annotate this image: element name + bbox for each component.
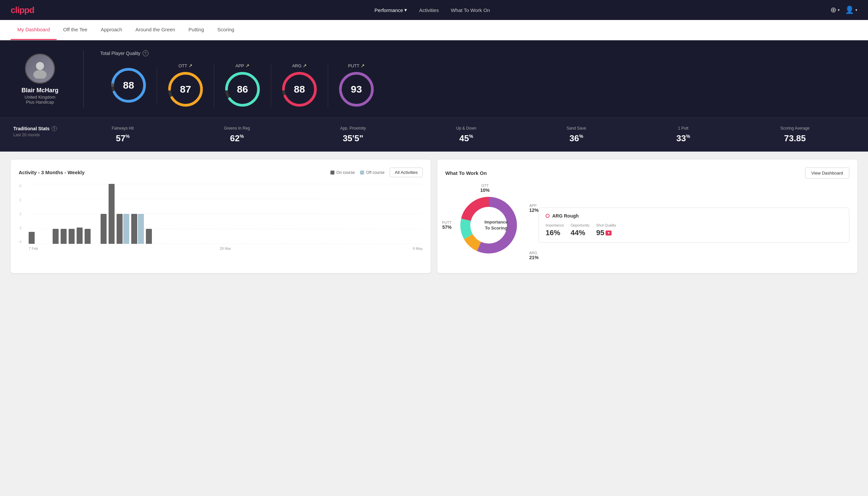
chart-legend: On course Off course xyxy=(330,170,385,175)
gauge-arg-label: ARG ↗ xyxy=(292,63,307,68)
donut-area: Importance To Scoring OTT 10% APP 12% AR… xyxy=(445,185,849,265)
chart-x-labels: 7 Feb 28 Mar 9 May xyxy=(29,247,423,250)
bar-on-course xyxy=(116,214,123,244)
bar-group xyxy=(77,228,83,244)
view-dashboard-button[interactable]: View Dashboard xyxy=(805,168,849,179)
donut-label-arg: ARG 21% xyxy=(529,251,539,260)
arg-indicator-dot xyxy=(546,214,550,218)
player-info: Blair McHarg United Kingdom Plus Handica… xyxy=(13,53,67,105)
gauge-ott: OTT ↗ 87 xyxy=(157,63,214,108)
nav-activities[interactable]: Activities xyxy=(419,7,439,13)
bar-group xyxy=(68,229,75,244)
tab-my-dashboard[interactable]: My Dashboard xyxy=(11,20,57,40)
legend-off-course-dot xyxy=(360,171,364,174)
donut-label-app: APP 12% xyxy=(529,203,539,213)
donut-label-putt: PUTT 57% xyxy=(442,220,452,230)
bar-on-course xyxy=(29,232,35,244)
bar-group xyxy=(109,184,114,244)
what-to-work-header: What To Work On View Dashboard xyxy=(445,168,849,179)
bar-on-course xyxy=(109,184,114,244)
app-logo: clippd xyxy=(11,5,34,15)
bar-on-course xyxy=(84,229,91,244)
bar-on-course xyxy=(68,229,75,244)
all-activities-button[interactable]: All Activities xyxy=(390,168,423,177)
svg-point-1 xyxy=(33,70,47,79)
stat-sand-save: Sand Save 36% xyxy=(567,126,586,143)
tab-approach[interactable]: Approach xyxy=(94,20,129,40)
detail-importance: Importance 16% xyxy=(546,223,564,237)
hero-section: Blair McHarg United Kingdom Plus Handica… xyxy=(0,40,868,118)
tab-around-green[interactable]: Around the Green xyxy=(129,20,182,40)
stat-fairways-hit: Fairways Hit 57% xyxy=(112,126,133,143)
gauge-ott-value: 87 xyxy=(180,83,191,95)
activity-chart-title: Activity - 3 Months - Weekly xyxy=(19,170,84,175)
player-country: United Kingdom xyxy=(25,95,56,99)
hero-divider xyxy=(83,50,84,108)
nav-right: ⊕ ▾ 👤 ▾ xyxy=(830,6,857,14)
chart-y-labels: 4 3 2 1 0 xyxy=(19,184,21,244)
user-menu[interactable]: 👤 ▾ xyxy=(845,6,857,14)
gauge-total-value: 88 xyxy=(123,80,134,91)
bar-group xyxy=(116,214,129,244)
bar-on-course xyxy=(131,214,137,244)
stat-greens-in-reg: Greens In Reg 62% xyxy=(224,126,250,143)
svg-point-0 xyxy=(36,62,44,70)
gauge-arg: ARG ↗ 88 xyxy=(271,63,328,108)
bottom-section: Activity - 3 Months - Weekly On course O… xyxy=(0,152,868,281)
stat-app-proximity: App. Proximity 35'5" xyxy=(340,126,366,143)
bar-on-course xyxy=(53,229,59,244)
donut-wrapper: Importance To Scoring OTT 10% APP 12% AR… xyxy=(445,185,532,265)
legend-on-course: On course xyxy=(330,170,355,175)
sub-nav: My Dashboard Off the Tee Approach Around… xyxy=(0,20,868,40)
gauge-putt: PUTT ↗ 93 xyxy=(328,63,385,108)
gauge-app-ring: 86 xyxy=(224,71,261,108)
detail-card: ARG Rough Importance 16% Opportunity 44% xyxy=(539,207,849,243)
tab-putting[interactable]: Putting xyxy=(182,20,211,40)
nav-performance[interactable]: Performance ▾ xyxy=(374,7,407,13)
gauge-arg-ring: 88 xyxy=(281,71,318,108)
bar-group xyxy=(61,229,67,244)
gauge-app: APP ↗ 86 xyxy=(214,63,271,108)
gauge-app-value: 86 xyxy=(237,83,248,95)
gauge-arg-value: 88 xyxy=(294,83,305,95)
detail-metrics: Importance 16% Opportunity 44% Shot Qual… xyxy=(546,223,842,237)
stat-scoring-average: Scoring Average 73.85 xyxy=(780,126,810,143)
stat-up-down: Up & Down 45% xyxy=(456,126,476,143)
shot-quality-flag: ▼ xyxy=(605,231,612,235)
nav-links: Performance ▾ Activities What To Work On xyxy=(374,7,490,13)
player-name: Blair McHarg xyxy=(21,87,58,94)
gauge-ott-ring: 87 xyxy=(167,71,204,108)
bar-off-course xyxy=(123,214,129,244)
tab-scoring[interactable]: Scoring xyxy=(211,20,241,40)
quality-help-icon[interactable]: ? xyxy=(143,50,148,56)
legend-on-course-dot xyxy=(330,171,334,174)
quality-title: Total Player Quality ? xyxy=(100,50,855,56)
bar-group xyxy=(84,229,91,244)
detail-shot-quality: Shot Quality 95 ▼ xyxy=(596,223,616,237)
tab-off-the-tee[interactable]: Off the Tee xyxy=(57,20,94,40)
stats-help-icon[interactable]: ? xyxy=(52,126,57,131)
gauge-app-label: APP ↗ xyxy=(236,63,250,68)
add-button[interactable]: ⊕ ▾ xyxy=(830,6,840,14)
gauge-putt-label: PUTT ↗ xyxy=(348,63,365,68)
gauge-putt-value: 93 xyxy=(351,83,362,95)
bar-off-course xyxy=(138,214,144,244)
what-to-work-title: What To Work On xyxy=(445,170,487,176)
activity-chart-card: Activity - 3 Months - Weekly On course O… xyxy=(11,159,431,273)
donut-center: Importance To Scoring xyxy=(484,219,508,231)
stats-bar: Traditional Stats ? Last 20 rounds Fairw… xyxy=(0,118,868,152)
top-nav: clippd Performance ▾ Activities What To … xyxy=(0,0,868,20)
stat-1-putt: 1 Putt 33% xyxy=(676,126,690,143)
stats-items: Fairways Hit 57% Greens In Reg 62% App. … xyxy=(67,126,855,143)
bar-group xyxy=(100,214,107,244)
nav-what-to-work-on[interactable]: What To Work On xyxy=(451,7,490,13)
player-handicap: Plus Handicap xyxy=(26,99,54,105)
legend-off-course: Off course xyxy=(360,170,384,175)
bar-group xyxy=(29,232,35,244)
what-to-work-card: What To Work On View Dashboard xyxy=(437,159,857,273)
gauge-ott-label: OTT ↗ xyxy=(178,63,192,68)
detail-card-title: ARG Rough xyxy=(546,213,842,218)
detail-opportunity: Opportunity 44% xyxy=(571,223,589,237)
activity-chart-header: Activity - 3 Months - Weekly On course O… xyxy=(19,168,423,177)
stats-subtitle: Last 20 rounds xyxy=(13,133,67,137)
